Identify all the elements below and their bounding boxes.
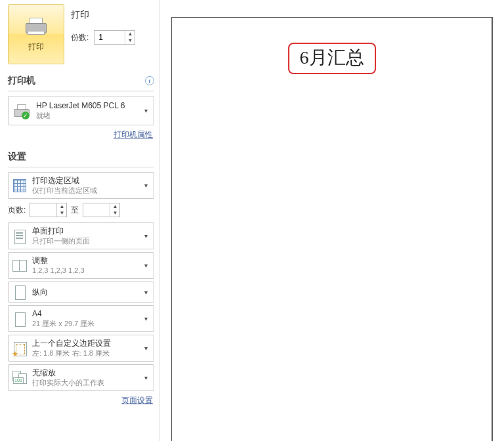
print-settings-panel: 打印 打印 份数: ▲ ▼ 打印机 i ✓ HP Laser — [0, 0, 160, 441]
chevron-down-icon: ▾ — [142, 182, 150, 189]
duplex-select[interactable]: 单面打印 只打印一侧的页面 ▾ — [8, 222, 154, 249]
print-button-label: 打印 — [28, 41, 44, 52]
scaling-select[interactable]: 100 无缩放 打印实际大小的工作表 ▾ — [8, 364, 154, 391]
printer-select[interactable]: ✓ HP LaserJet M605 PCL 6 就绪 ▾ — [8, 96, 154, 125]
pages-to-spinner[interactable]: ▲▼ — [83, 203, 120, 217]
print-preview-area: 6月汇总 — [160, 0, 504, 441]
scaling-icon: 100 — [12, 371, 27, 385]
margins-icon: ★ — [12, 341, 27, 356]
chevron-down-icon: ▾ — [142, 232, 150, 240]
preview-page: 6月汇总 — [171, 17, 493, 441]
printer-name: HP LaserJet M605 PCL 6 — [36, 100, 136, 111]
copies-up[interactable]: ▲ — [125, 31, 135, 37]
pages-label: 页数: — [8, 205, 26, 216]
pages-from-spinner[interactable]: ▲▼ — [30, 203, 67, 217]
chevron-down-icon: ▾ — [142, 289, 150, 296]
copies-spinner[interactable]: ▲ ▼ — [94, 30, 135, 45]
margins-select[interactable]: ★ 上一个自定义边距设置 左: 1.8 厘米 右: 1.8 厘米 ▾ — [8, 335, 154, 362]
print-area-sub: 仅打印当前选定区域 — [32, 186, 136, 196]
chevron-down-icon: ▾ — [142, 262, 150, 269]
chevron-down-icon: ▾ — [142, 107, 150, 114]
collate-icon — [12, 259, 27, 273]
copies-down[interactable]: ▼ — [125, 37, 135, 44]
chevron-down-icon: ▾ — [142, 345, 150, 352]
pages-to-label: 至 — [71, 205, 79, 216]
copies-label: 份数: — [71, 32, 89, 43]
orientation-select[interactable]: 纵向 ▾ — [8, 282, 154, 303]
print-button[interactable]: 打印 — [8, 4, 64, 64]
printer-icon — [23, 16, 49, 37]
copies-input[interactable] — [94, 31, 125, 44]
settings-heading: 设置 — [8, 151, 26, 163]
collate-select[interactable]: 调整 1,2,3 1,2,3 1,2,3 ▾ — [8, 252, 154, 279]
printer-status-icon: ✓ — [12, 104, 31, 118]
printer-section-heading: 打印机 — [8, 75, 35, 87]
grid-icon — [12, 178, 27, 193]
preview-title: 6月汇总 — [288, 43, 376, 74]
portrait-icon — [12, 285, 27, 299]
printer-properties-link[interactable]: 打印机属性 — [114, 130, 153, 139]
info-icon[interactable]: i — [145, 76, 154, 85]
pages-to-input[interactable] — [83, 203, 110, 217]
print-area-title: 打印选定区域 — [32, 175, 136, 186]
print-heading: 打印 — [71, 9, 135, 21]
page-setup-link[interactable]: 页面设置 — [121, 396, 153, 405]
chevron-down-icon: ▾ — [142, 374, 150, 381]
page-single-icon — [12, 229, 27, 243]
paper-icon — [12, 312, 27, 326]
print-area-select[interactable]: 打印选定区域 仅打印当前选定区域 ▾ — [8, 172, 154, 199]
chevron-down-icon: ▾ — [142, 315, 150, 322]
pages-from-input[interactable] — [30, 203, 56, 217]
printer-status: 就绪 — [36, 111, 136, 121]
paper-size-select[interactable]: A4 21 厘米 x 29.7 厘米 ▾ — [8, 305, 154, 332]
